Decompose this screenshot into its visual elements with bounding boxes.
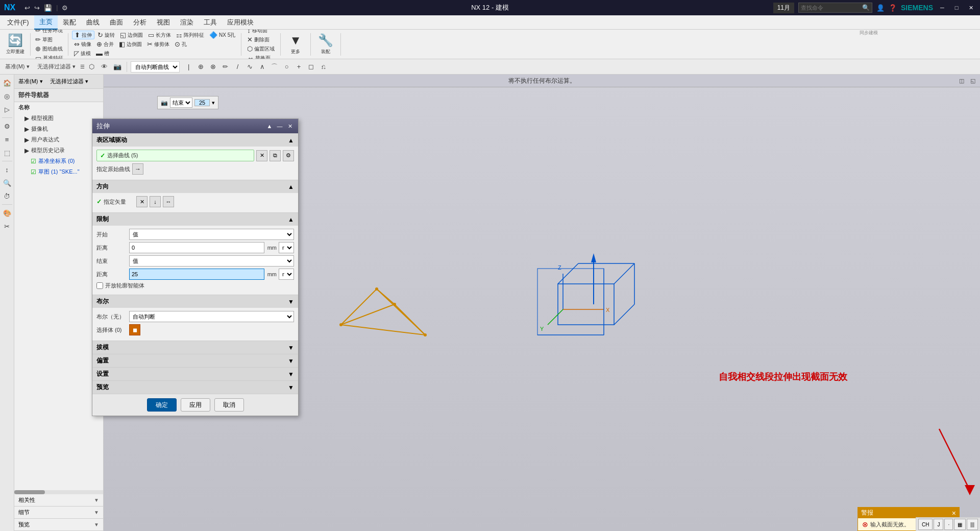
- hole-button[interactable]: ⊙孔: [173, 40, 189, 49]
- status-ch-button[interactable]: CH: [918, 519, 933, 530]
- ok-button[interactable]: 确定: [147, 398, 177, 412]
- menu-render[interactable]: 渲染: [175, 15, 199, 30]
- settings-icon[interactable]: ⚙: [62, 4, 68, 12]
- array-button[interactable]: ⚏阵列特征: [174, 31, 206, 39]
- curve-delete-button[interactable]: ✕: [256, 150, 267, 161]
- dialog-up-button[interactable]: ▲: [265, 122, 274, 130]
- baseline-dropdown[interactable]: 基准(M) ▾: [2, 61, 33, 73]
- vector-clear-button[interactable]: ✕: [136, 196, 148, 207]
- tb2-tool-7[interactable]: ∧: [257, 61, 268, 73]
- preview-header[interactable]: 预览 ▼: [92, 380, 298, 394]
- camera-btn[interactable]: 📷: [112, 61, 123, 73]
- iconbar-btn-10[interactable]: 🎨: [1, 207, 13, 219]
- maximize-button[interactable]: □: [951, 3, 962, 13]
- base-button[interactable]: ▭基准特征: [33, 54, 65, 59]
- status-grid-button[interactable]: ▦: [954, 519, 966, 530]
- filter-select[interactable]: 无选择过滤器 ▾: [47, 76, 91, 87]
- delete-face-button[interactable]: ✕删除面: [245, 35, 277, 44]
- menu-tools[interactable]: 工具: [199, 15, 222, 30]
- nav-expression[interactable]: ▶ 用户表达式: [14, 134, 103, 145]
- nav-model-view[interactable]: ▶ 模型视图: [14, 113, 103, 124]
- menu-curve[interactable]: 曲线: [81, 15, 105, 30]
- boolean-type-select[interactable]: 自动判断: [129, 311, 294, 322]
- iconbar-btn-7[interactable]: ↕: [1, 163, 13, 176]
- view-btn[interactable]: 👁: [99, 61, 110, 73]
- face-button[interactable]: ◧边倒圆: [117, 40, 144, 49]
- tb2-tool-8[interactable]: ⌒: [269, 61, 280, 73]
- mirror-button[interactable]: ⇔镜像: [72, 40, 93, 49]
- sketch-button[interactable]: ✏草图: [33, 35, 65, 44]
- region-button[interactable]: ⬡偏置区域: [245, 44, 277, 53]
- menu-view[interactable]: 视图: [152, 15, 175, 30]
- replace-button[interactable]: ↔替换面: [245, 54, 277, 59]
- select-all[interactable]: ☰: [80, 61, 85, 73]
- nav-datum[interactable]: ☑ 基准坐标系 (0): [14, 156, 103, 166]
- merge-button[interactable]: ⊕合并: [94, 40, 116, 49]
- curve-copy-button[interactable]: ⧉: [270, 150, 281, 161]
- offset-header[interactable]: 偏置 ▼: [92, 354, 298, 367]
- close-button[interactable]: ✕: [966, 3, 976, 13]
- menu-surface[interactable]: 曲面: [105, 15, 128, 30]
- origin-arrow-button[interactable]: →: [132, 163, 143, 175]
- move-face-button[interactable]: ↕移动面: [245, 30, 277, 35]
- tb2-tool-4[interactable]: ✏: [220, 61, 231, 73]
- search-box[interactable]: 🔍: [798, 3, 872, 13]
- iconbar-btn-9[interactable]: ⏱: [1, 190, 13, 202]
- filter-dropdown[interactable]: 无选择过滤器 ▾: [34, 61, 79, 73]
- tb2-tool-11[interactable]: ◻: [306, 61, 317, 73]
- user-icon[interactable]: 👤: [876, 4, 885, 12]
- end-type-select[interactable]: 值: [129, 255, 294, 267]
- iconbar-btn-3[interactable]: ▷: [1, 103, 13, 115]
- iconbar-btn-4[interactable]: ⚙: [1, 120, 13, 132]
- baseline-select[interactable]: 基准(M) ▾: [15, 76, 46, 87]
- end-unit-select[interactable]: mm: [279, 269, 294, 280]
- warning-close-button[interactable]: ×: [952, 509, 956, 517]
- iconbar-btn-2[interactable]: ◎: [1, 90, 13, 102]
- direction-header[interactable]: 方向 ▲: [92, 180, 298, 193]
- status-lines-button[interactable]: |||: [967, 519, 978, 530]
- apply-button[interactable]: 应用: [181, 398, 210, 412]
- undo-icon[interactable]: ↩: [24, 4, 30, 12]
- datum-button[interactable]: ⊕图纸曲线: [33, 44, 65, 53]
- edge-button[interactable]: ◱边倒圆: [118, 31, 145, 39]
- iconbar-btn-6[interactable]: ⬚: [1, 147, 13, 159]
- tb2-tool-6[interactable]: ∿: [244, 61, 256, 73]
- start-type-select[interactable]: 值: [129, 229, 294, 240]
- scroll-thumb[interactable]: [14, 490, 45, 494]
- nav-history[interactable]: ▶ 模型历史记录: [14, 145, 103, 156]
- rect-button[interactable]: ▭长方体: [146, 31, 173, 39]
- vector-select-button[interactable]: ↓: [150, 196, 161, 207]
- start-distance-input[interactable]: 0: [129, 242, 264, 253]
- iconbar-btn-11[interactable]: ✂: [1, 220, 13, 232]
- modify-button[interactable]: ✂修剪体: [145, 40, 172, 49]
- extrude-button[interactable]: ⬆拉伸: [72, 31, 94, 39]
- cancel-button[interactable]: 取消: [214, 398, 244, 412]
- open-profile-checkbox[interactable]: [96, 282, 103, 289]
- iconbar-btn-1[interactable]: 🏠: [1, 77, 13, 89]
- nx5-button[interactable]: 🔷NX 5孔: [207, 31, 237, 39]
- preview-item[interactable]: 预览▼: [14, 519, 103, 531]
- sidebar-scrollbar[interactable]: [14, 490, 103, 494]
- redo-icon[interactable]: ↪: [34, 4, 40, 12]
- nav-camera[interactable]: ▶ 摄像机: [14, 124, 103, 134]
- start-unit-select[interactable]: mm: [279, 242, 294, 253]
- revolve-button[interactable]: ↻旋转: [95, 31, 117, 39]
- end-distance-input[interactable]: [129, 269, 264, 280]
- status-j-button[interactable]: J: [934, 519, 943, 530]
- tb2-tool-3[interactable]: ⊗: [208, 61, 219, 73]
- menu-file[interactable]: 文件(F): [2, 15, 34, 30]
- save-icon[interactable]: 💾: [44, 4, 52, 12]
- table-region-header[interactable]: 表区域驱动 ▲: [92, 133, 298, 147]
- slot-button[interactable]: ▬槽: [94, 49, 111, 58]
- vector-reverse-button[interactable]: ↔: [163, 196, 174, 207]
- assembly-button[interactable]: 🔧 装配: [312, 31, 339, 58]
- dialog-minimize-button[interactable]: —: [276, 122, 284, 130]
- boolean-header[interactable]: 布尔 ▼: [92, 295, 298, 308]
- settings-header[interactable]: 设置 ▼: [92, 367, 298, 380]
- refresh-button[interactable]: 🔄 立即重建: [2, 31, 29, 58]
- menu-analysis[interactable]: 分析: [128, 15, 152, 30]
- nav-sketch[interactable]: ☑ 草图 (1) "SKE...": [14, 166, 103, 177]
- relevance-item[interactable]: 相关性▼: [14, 494, 103, 506]
- curve-options-button[interactable]: ⚙: [283, 150, 294, 161]
- draft-header[interactable]: 拔模 ▼: [92, 341, 298, 354]
